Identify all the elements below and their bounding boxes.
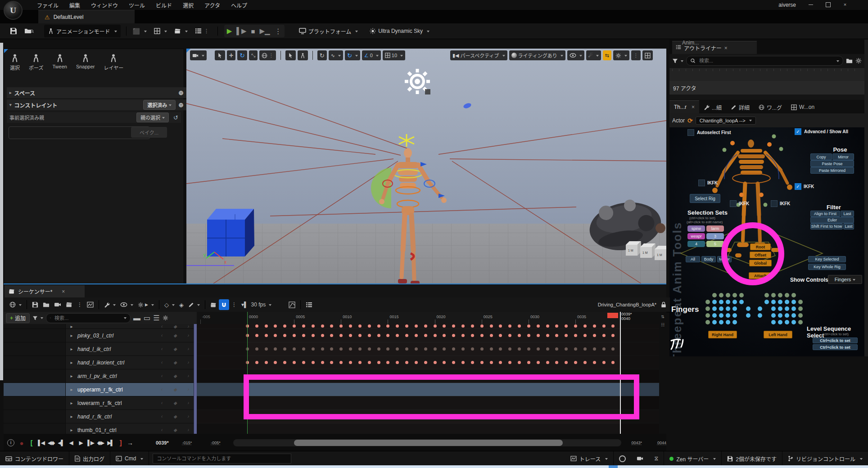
spline-snap-dropdown[interactable]: ∿ (329, 50, 343, 60)
paste-mirrored-button[interactable]: Paste Mirrored (810, 167, 854, 174)
keyframe-dot[interactable] (330, 361, 333, 364)
step-back-button[interactable]: ◀▌ (56, 440, 66, 446)
left-finger-dot[interactable] (771, 306, 776, 311)
anim-tool-選択[interactable]: 選択 (9, 53, 21, 72)
keyframe-dot[interactable] (574, 324, 577, 328)
left-finger-dot[interactable] (791, 306, 796, 311)
keyframe-dot[interactable] (377, 347, 380, 351)
track-row-hand_l_ikorient_ctrl[interactable]: ▸hand_l_ikorient_ctrl‹◆› (4, 356, 194, 369)
keyframe-dot[interactable] (424, 324, 427, 328)
keyframe-dot[interactable] (555, 361, 558, 364)
outliner-search[interactable] (686, 56, 843, 66)
right-finger-dot[interactable] (712, 293, 717, 297)
align-to-first-button[interactable]: Align to First (810, 211, 840, 217)
keyframe-dot[interactable] (386, 361, 389, 364)
actor-snap-toggle[interactable] (298, 50, 308, 60)
keyframe-dot[interactable] (574, 334, 577, 337)
selection-set-larm[interactable]: larm (706, 225, 724, 232)
save-button[interactable] (6, 26, 21, 36)
right-hand-button[interactable]: Right Hand (708, 331, 737, 338)
camera-speed-toggle[interactable]: ⇆ (603, 50, 611, 60)
keyframe-dot[interactable] (386, 347, 389, 351)
selection-set-4[interactable]: 4 (687, 241, 705, 247)
keyframe-dot[interactable] (490, 324, 493, 328)
keyframe-dot[interactable] (461, 324, 465, 328)
keyframe-dot[interactable] (611, 361, 615, 364)
keyframe-dot[interactable] (312, 334, 315, 337)
keyframe-dot[interactable] (255, 334, 258, 337)
keyframe-dot[interactable] (368, 361, 371, 364)
timeline-scrollbar-thumb[interactable] (294, 440, 563, 446)
menu-ビルド[interactable]: ビルド (150, 0, 177, 10)
keyframe-dot[interactable] (434, 361, 437, 364)
left-hand-button[interactable]: Left Hand (764, 331, 792, 338)
output-log-button[interactable]: 出力ログ (69, 451, 110, 466)
left-hand-grid[interactable] (758, 293, 805, 327)
keyframe-nav[interactable]: ‹◆› (161, 360, 194, 365)
keyframe-dot[interactable] (415, 347, 418, 351)
step-button[interactable]: ▌▶ (236, 27, 246, 35)
keyframe-dot[interactable] (293, 334, 296, 337)
left-finger-dot[interactable] (771, 293, 776, 297)
right-finger-dot[interactable] (719, 320, 723, 324)
keyframe-dot[interactable] (499, 361, 502, 364)
menu-選択[interactable]: 選択 (177, 0, 199, 10)
keyframe-dot[interactable] (490, 334, 493, 337)
maximize-button[interactable] (820, 0, 836, 9)
keyframe-dot[interactable] (424, 334, 427, 337)
right-finger-dot[interactable] (712, 320, 717, 324)
keyframe-dot[interactable] (283, 324, 286, 328)
tab-sequencer[interactable]: シーケンサー* × (5, 285, 85, 297)
clapper-select-button[interactable] (208, 299, 219, 310)
info-button[interactable]: i (7, 439, 14, 446)
rotate-tool[interactable]: ↻ (237, 50, 247, 60)
left-finger-dot[interactable] (791, 320, 796, 324)
keyframe-dot[interactable] (283, 347, 286, 351)
right-finger-dot[interactable] (719, 313, 723, 318)
level-sequence-set-button[interactable]: Ctrl+click to set (813, 338, 858, 343)
keyframe-dot[interactable] (339, 334, 343, 337)
render-movie-button[interactable] (63, 299, 75, 310)
select-rig-button[interactable]: Select Rig (690, 194, 720, 203)
left-finger-dot[interactable] (778, 293, 782, 297)
keyframe-dot[interactable] (274, 361, 277, 364)
right-finger-dot[interactable] (726, 320, 730, 324)
right-scrollbar[interactable] (864, 40, 868, 356)
outliner-view-button[interactable] (303, 299, 315, 310)
menu-編集[interactable]: 編集 (64, 0, 86, 10)
left-finger-dot[interactable] (798, 300, 803, 304)
keyframe-dot[interactable] (358, 334, 362, 337)
expand-icon[interactable]: ▸ (66, 374, 77, 378)
keyframe-dot[interactable] (480, 324, 484, 328)
timeline-ruler[interactable]: -00500000005001000150020002500300035 (197, 312, 659, 324)
ultra-dynamic-sky-dropdown[interactable]: Ultra Dynamic Sky (366, 26, 433, 36)
keyframe-dot[interactable] (565, 347, 568, 351)
actor-selector-dropdown[interactable]: ChantingB_loopA --> (696, 117, 756, 125)
keyframe-dot[interactable] (527, 347, 530, 351)
right-finger-dot[interactable] (732, 313, 737, 318)
keyframe-dot[interactable] (405, 334, 408, 337)
keyframe-dot[interactable] (396, 334, 399, 337)
left-finger-dot[interactable] (778, 300, 782, 304)
add-track-button[interactable]: +追加 (6, 313, 30, 323)
new-folder-icon[interactable] (846, 58, 853, 64)
cinematics-dropdown[interactable] (171, 26, 191, 36)
keyframe-nav[interactable]: ‹◆› (161, 428, 194, 432)
cmd-dropdown[interactable]: Cmd (110, 451, 149, 466)
range-end-b[interactable]: 0044 (657, 441, 666, 445)
keyframe-dot[interactable] (321, 324, 324, 328)
expand-icon[interactable]: ▸ (66, 387, 77, 392)
section-space[interactable]: ▸スペース ⊕ (7, 87, 186, 98)
tab-default-level[interactable]: ⚠ DefaultLevel (38, 10, 135, 24)
keyframe-dot[interactable] (499, 324, 502, 328)
filter-dropdown[interactable] (672, 58, 683, 63)
keyframe-dot[interactable] (611, 324, 615, 328)
bracket-in-button[interactable]: [ (26, 439, 36, 446)
right-finger-dot[interactable] (739, 293, 744, 297)
keyframe-dot[interactable] (424, 347, 427, 351)
left-finger-dot[interactable] (798, 306, 803, 311)
keyframe-dot[interactable] (452, 334, 455, 337)
paste-pose-button[interactable]: Paste Pose (810, 160, 854, 167)
right-finger-dot[interactable] (746, 306, 750, 311)
keyframe-dot[interactable] (330, 324, 333, 328)
